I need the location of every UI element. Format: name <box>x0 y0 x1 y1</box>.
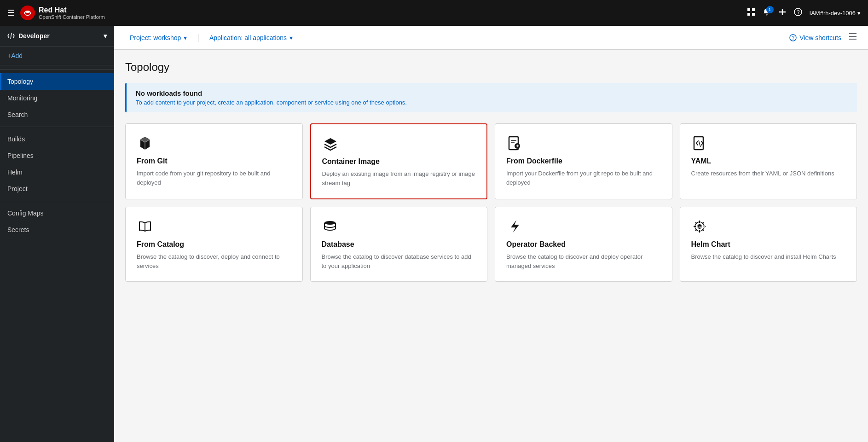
from-catalog-card[interactable]: From Catalog Browse the catalog to disco… <box>125 207 303 282</box>
container-image-card-desc: Deploy an existing image from an image r… <box>322 169 476 187</box>
svg-text:HELM: HELM <box>697 226 705 228</box>
nav-separator: | <box>197 33 199 42</box>
sidebar-divider-3 <box>0 201 114 201</box>
application-dropdown-label: Application: all applications <box>209 34 287 41</box>
sidebar-item-monitoring[interactable]: Monitoring <box>0 90 114 106</box>
from-catalog-card-desc: Browse the catalog to discover, deploy a… <box>137 252 291 270</box>
sidebar: Developer ▾ +Add Topology Monitoring Sea… <box>0 26 114 442</box>
redhat-logo-icon <box>20 6 35 20</box>
svg-rect-3 <box>752 8 755 11</box>
yaml-card-title: YAML <box>691 157 846 165</box>
sidebar-item-secrets[interactable]: Secrets <box>0 221 114 238</box>
helm-chart-card[interactable]: HELM Helm Chart Browse the catalog to di… <box>680 207 857 282</box>
from-dockerfile-card-desc: Import your Dockerfile from your git rep… <box>506 169 661 187</box>
application-dropdown-chevron-icon: ▾ <box>289 34 293 41</box>
perspective-switcher[interactable]: Developer ▾ <box>0 26 114 47</box>
sidebar-item-helm[interactable]: Helm <box>0 164 114 180</box>
perspective-chevron-icon: ▾ <box>104 32 107 40</box>
main-content: Project: workshop ▾ | Application: all a… <box>114 26 868 442</box>
sidebar-item-monitoring-label: Monitoring <box>7 94 37 102</box>
container-image-card[interactable]: Container Image Deploy an existing image… <box>310 123 488 199</box>
sidebar-add-button[interactable]: +Add <box>0 47 114 65</box>
add-icon[interactable] <box>778 8 787 18</box>
brand-sub-text: OpenShift Container Platform <box>39 14 105 20</box>
application-dropdown[interactable]: Application: all applications ▾ <box>205 31 297 44</box>
from-catalog-card-title: From Catalog <box>137 240 291 249</box>
sidebar-item-config-maps-label: Config Maps <box>7 209 44 217</box>
sidebar-item-pipelines[interactable]: Pipelines <box>0 147 114 164</box>
helm-chart-card-desc: Browse the catalog to discover and insta… <box>691 252 846 262</box>
database-card[interactable]: Database Browse the catalog to discover … <box>310 207 488 282</box>
yaml-card[interactable]: YAML Create resources from their YAML or… <box>680 123 857 199</box>
sidebar-item-search-label: Search <box>7 111 28 118</box>
catalog-icon <box>137 218 291 235</box>
user-chevron-icon: ▾ <box>857 10 861 17</box>
operator-icon <box>506 218 661 235</box>
database-card-desc: Browse the catalog to discover database … <box>322 252 476 270</box>
sidebar-item-helm-label: Helm <box>7 169 23 176</box>
sidebar-item-topology-label: Topology <box>7 78 33 85</box>
page-body: Topology No workloads found To add conte… <box>114 50 868 293</box>
from-git-card-desc: Import code from your git repository to … <box>137 169 291 187</box>
sidebar-item-project-label: Project <box>7 185 28 192</box>
svg-rect-2 <box>747 8 750 11</box>
from-git-card[interactable]: From Git Import code from your git repos… <box>125 123 303 199</box>
svg-rect-5 <box>752 13 755 16</box>
perspective-label: Developer <box>18 32 50 40</box>
info-banner-text: To add content to your project, create a… <box>136 99 848 106</box>
from-git-card-title: From Git <box>137 157 291 165</box>
notification-badge: 1 <box>766 6 774 13</box>
secondary-navigation: Project: workshop ▾ | Application: all a… <box>114 26 868 50</box>
operator-backed-card[interactable]: Operator Backed Browse the catalog to di… <box>495 207 672 282</box>
sidebar-item-pipelines-label: Pipelines <box>7 152 34 159</box>
brand-name-text: Red Hat <box>39 6 105 14</box>
yaml-icon <box>691 135 846 151</box>
from-dockerfile-card[interactable]: From Dockerfile Import your Dockerfile f… <box>495 123 672 199</box>
helm-icon: HELM <box>691 218 846 235</box>
list-view-icon[interactable] <box>849 32 857 43</box>
user-label: IAM#rh-dev-1006 <box>810 10 856 17</box>
dockerfile-icon <box>506 135 661 151</box>
container-icon <box>322 135 476 152</box>
sidebar-item-search[interactable]: Search <box>0 106 114 123</box>
svg-text:?: ? <box>797 9 799 15</box>
svg-line-21 <box>699 140 700 147</box>
view-shortcuts-label: View shortcuts <box>799 34 841 41</box>
sidebar-item-builds[interactable]: Builds <box>0 131 114 147</box>
sidebar-item-secrets-label: Secrets <box>7 226 29 233</box>
grid-icon[interactable] <box>747 8 755 18</box>
project-dropdown[interactable]: Project: workshop ▾ <box>125 31 191 44</box>
from-dockerfile-card-title: From Dockerfile <box>506 157 661 165</box>
sidebar-divider-1 <box>0 69 114 70</box>
view-shortcuts-button[interactable]: ? View shortcuts <box>789 34 841 41</box>
info-banner: No workloads found To add content to you… <box>125 83 857 112</box>
sidebar-divider-2 <box>0 127 114 127</box>
developer-icon <box>7 32 15 40</box>
sidebar-item-project[interactable]: Project <box>0 180 114 197</box>
container-image-card-title: Container Image <box>322 157 476 166</box>
hamburger-menu[interactable]: ☰ <box>7 8 15 18</box>
svg-point-1 <box>25 11 30 13</box>
database-card-title: Database <box>322 240 476 249</box>
yaml-card-desc: Create resources from their YAML or JSON… <box>691 169 846 178</box>
svg-point-22 <box>324 221 336 225</box>
svg-rect-20 <box>694 137 703 150</box>
notification-bell-icon[interactable]: 1 <box>763 8 771 18</box>
page-title: Topology <box>125 61 857 74</box>
top-navigation: ☰ Red Hat OpenShift Container Platform 1 <box>0 0 868 26</box>
sidebar-item-builds-label: Builds <box>7 135 25 143</box>
svg-rect-4 <box>747 13 750 16</box>
svg-text:?: ? <box>792 35 795 41</box>
sidebar-item-topology[interactable]: Topology <box>0 73 114 90</box>
project-dropdown-label: Project: workshop <box>130 34 181 41</box>
sidebar-item-config-maps[interactable]: Config Maps <box>0 205 114 221</box>
svg-rect-10 <box>849 33 856 34</box>
info-banner-title: No workloads found <box>136 89 848 97</box>
question-circle-icon: ? <box>789 34 797 41</box>
git-icon <box>137 135 291 151</box>
project-dropdown-chevron-icon: ▾ <box>184 34 187 41</box>
help-icon[interactable]: ? <box>794 8 802 18</box>
card-grid: From Git Import code from your git repos… <box>125 123 857 282</box>
user-menu[interactable]: IAM#rh-dev-1006 ▾ <box>810 10 861 17</box>
database-icon <box>322 218 476 235</box>
